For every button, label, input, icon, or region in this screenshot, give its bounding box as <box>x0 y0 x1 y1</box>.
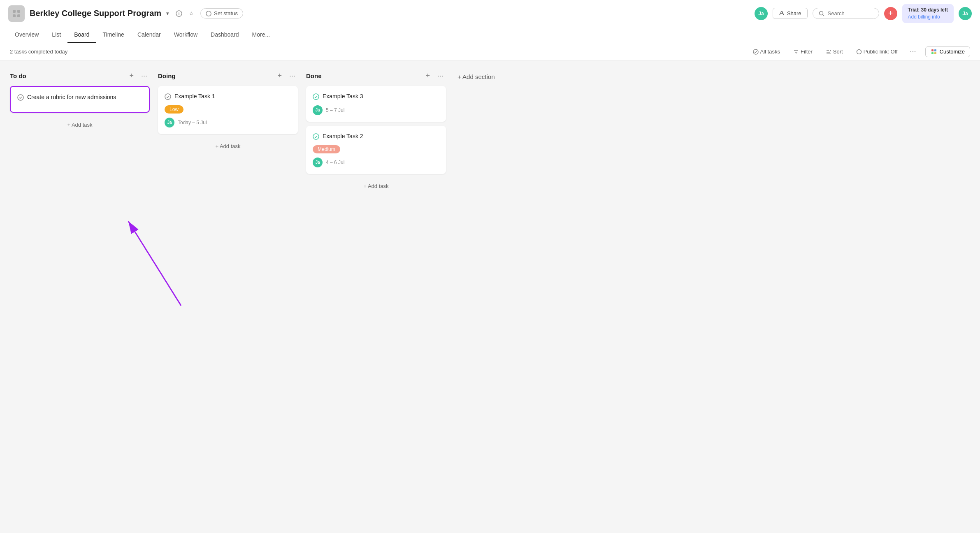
task-card-4[interactable]: Example Task 2 Medium Ja 4 – 6 Jul <box>306 126 446 174</box>
add-task-button-doing[interactable]: + Add task <box>158 140 298 153</box>
task-meta-2: Low <box>165 105 291 114</box>
svg-point-18 <box>857 49 861 54</box>
tab-calendar[interactable]: Calendar <box>131 27 167 43</box>
more-options-button[interactable]: ··· <box>908 46 919 57</box>
search-icon <box>819 11 824 16</box>
toolbar-right: All tasks Filter Sort Public link: Off <box>750 46 970 57</box>
task-check-icon-1 <box>17 94 24 102</box>
svg-point-7 <box>206 11 211 16</box>
share-label: Share <box>787 10 801 16</box>
toolbar: 2 tasks completed today All tasks Filter <box>0 43 980 61</box>
tab-workflow[interactable]: Workflow <box>167 27 204 43</box>
column-todo: To do + ··· Create a rubric for new admi… <box>10 71 150 131</box>
svg-rect-3 <box>17 14 20 17</box>
customize-icon <box>931 49 937 55</box>
customize-button[interactable]: Customize <box>925 46 970 57</box>
task-check-icon-2 <box>165 93 171 101</box>
add-section-column: + Add section <box>454 71 498 82</box>
trial-badge: Trial: 30 days left Add billing info <box>902 4 954 23</box>
sort-icon <box>826 49 831 55</box>
svg-point-24 <box>165 94 171 100</box>
svg-rect-1 <box>17 10 20 13</box>
svg-point-23 <box>18 95 23 100</box>
column-header-doing: Doing + ··· <box>158 71 298 81</box>
circle-check-icon <box>753 49 759 55</box>
task-avatar-4: Ja <box>313 158 323 167</box>
filter-button[interactable]: Filter <box>790 47 816 56</box>
tab-timeline[interactable]: Timeline <box>96 27 131 43</box>
search-box[interactable] <box>813 8 879 19</box>
tasks-completed-text: 2 tasks completed today <box>10 49 67 55</box>
tab-more[interactable]: More... <box>246 27 277 43</box>
column-more-button-todo[interactable]: ··· <box>139 71 150 81</box>
task-title-row-2: Example Task 1 <box>165 93 291 101</box>
task-check-icon-3 <box>313 93 319 101</box>
task-title-3: Example Task 3 <box>323 93 363 101</box>
column-header-todo: To do + ··· <box>10 71 150 81</box>
header-title-group: Berkley College Support Program ▾ ☆ <box>30 9 195 19</box>
column-doing: Doing + ··· Example Task 1 Low <box>158 71 298 153</box>
link-icon <box>856 49 862 55</box>
tab-board[interactable]: Board <box>67 27 96 43</box>
column-add-button-done[interactable]: + <box>423 71 432 81</box>
customize-label: Customize <box>940 49 965 55</box>
column-add-button-todo[interactable]: + <box>127 71 136 81</box>
priority-badge-4: Medium <box>313 145 340 153</box>
svg-point-26 <box>313 134 319 139</box>
header-top: Berkley College Support Program ▾ ☆ Set … <box>8 0 972 27</box>
billing-link[interactable]: Add billing info <box>908 14 948 21</box>
star-icon[interactable]: ☆ <box>187 9 195 18</box>
all-tasks-label: All tasks <box>760 49 780 55</box>
sort-button[interactable]: Sort <box>822 47 846 56</box>
task-date-3: 5 – 7 Jul <box>326 107 344 113</box>
column-title-doing: Doing <box>158 72 272 79</box>
user-avatar-left: Ja <box>755 7 768 20</box>
column-more-button-done[interactable]: ··· <box>435 71 446 81</box>
svg-rect-2 <box>13 14 16 17</box>
svg-rect-20 <box>934 49 936 51</box>
chevron-down-icon[interactable]: ▾ <box>165 9 171 18</box>
task-date-row-3: Ja 5 – 7 Jul <box>313 105 439 115</box>
public-link-label: Public link: Off <box>864 49 898 55</box>
filter-label: Filter <box>801 49 813 55</box>
task-avatar-3: Ja <box>313 105 323 115</box>
add-button[interactable]: + <box>884 7 897 20</box>
add-section-button[interactable]: + Add section <box>454 72 498 82</box>
svg-point-25 <box>313 94 319 100</box>
task-title-4: Example Task 2 <box>323 132 363 141</box>
task-title-row-1: Create a rubric for new admissions <box>17 93 142 102</box>
public-link-button[interactable]: Public link: Off <box>853 47 901 56</box>
add-task-button-todo[interactable]: + Add task <box>10 118 150 131</box>
task-meta-4: Medium <box>313 145 439 153</box>
task-card-2[interactable]: Example Task 1 Low Ja Today – 5 Jul <box>158 86 298 134</box>
svg-point-6 <box>179 12 179 13</box>
add-task-button-done[interactable]: + Add task <box>306 180 446 192</box>
task-avatar-2: Ja <box>165 118 174 127</box>
task-card-3[interactable]: Example Task 3 Ja 5 – 7 Jul <box>306 86 446 122</box>
all-tasks-button[interactable]: All tasks <box>750 47 783 56</box>
search-input[interactable] <box>828 10 873 16</box>
board: To do + ··· Create a rubric for new admi… <box>0 61 980 528</box>
tab-overview[interactable]: Overview <box>8 27 45 43</box>
svg-rect-21 <box>931 52 934 54</box>
set-status-button[interactable]: Set status <box>200 8 243 19</box>
nav-tabs: Overview List Board Timeline Calendar Wo… <box>8 27 972 43</box>
column-title-done: Done <box>306 72 420 79</box>
column-title-todo: To do <box>10 72 124 79</box>
svg-line-10 <box>822 14 824 16</box>
trial-title: Trial: 30 days left <box>908 7 948 14</box>
task-check-icon-4 <box>313 133 319 141</box>
filter-icon <box>793 49 799 55</box>
column-add-button-doing[interactable]: + <box>275 71 284 81</box>
tab-dashboard[interactable]: Dashboard <box>204 27 246 43</box>
column-header-done: Done + ··· <box>306 71 446 81</box>
board-wrapper: To do + ··· Create a rubric for new admi… <box>0 61 980 528</box>
task-title-row-4: Example Task 2 <box>313 132 439 141</box>
info-icon[interactable] <box>174 9 184 19</box>
task-date-row-4: Ja 4 – 6 Jul <box>313 158 439 167</box>
share-button[interactable]: Share <box>773 8 808 19</box>
task-date-2: Today – 5 Jul <box>178 120 207 125</box>
column-more-button-doing[interactable]: ··· <box>287 71 298 81</box>
task-card-1[interactable]: Create a rubric for new admissions <box>10 86 150 113</box>
tab-list[interactable]: List <box>45 27 67 43</box>
